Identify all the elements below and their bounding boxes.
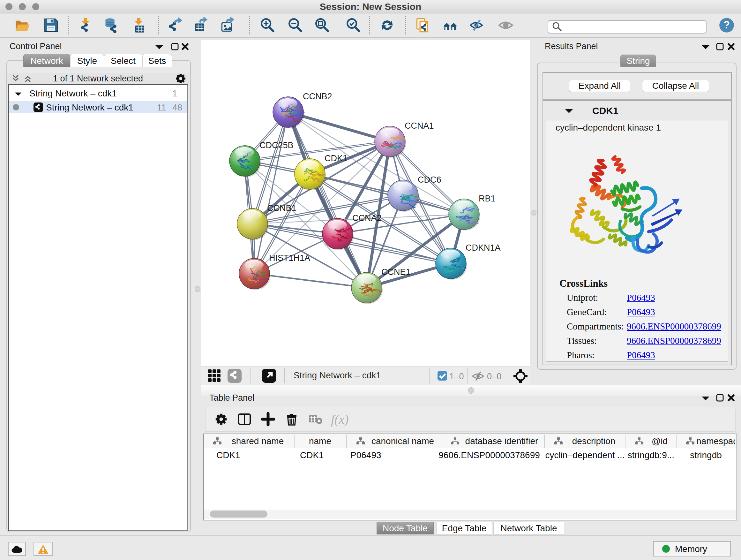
svg-text:CCNB2: CCNB2 [303, 91, 332, 101]
svg-text:CDK1: CDK1 [325, 153, 347, 163]
svg-text:CCNE1: CCNE1 [381, 267, 411, 277]
svg-text:CCNB1: CCNB1 [267, 203, 296, 213]
svg-text:HIST1H1A: HIST1H1A [269, 253, 310, 263]
svg-text:CCNA2: CCNA2 [352, 213, 382, 223]
svg-text:RB1: RB1 [479, 194, 495, 203]
svg-text:CDC25B: CDC25B [259, 140, 293, 150]
svg-text:CDKN1A: CDKN1A [466, 243, 501, 253]
svg-text:?: ? [724, 19, 730, 30]
svg-text:CDC6: CDC6 [418, 175, 441, 185]
svg-text:CCNA1: CCNA1 [405, 121, 434, 131]
